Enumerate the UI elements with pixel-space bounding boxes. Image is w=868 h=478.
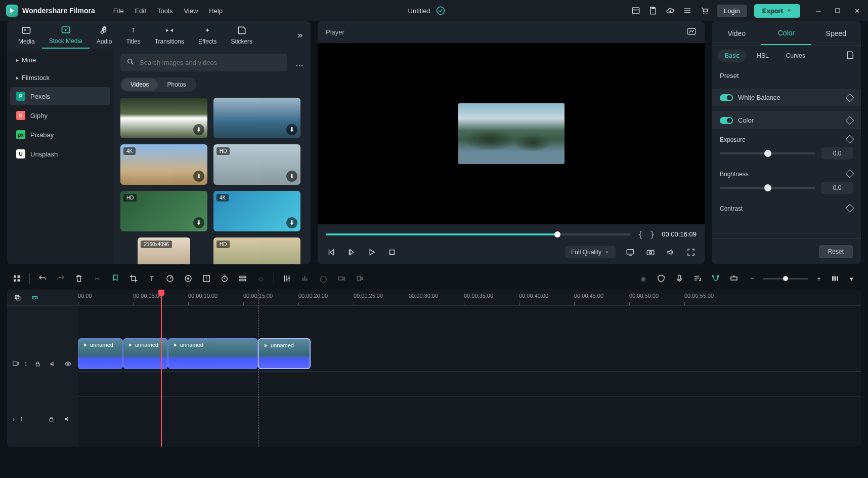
menu-file[interactable]: File — [113, 7, 124, 15]
tab-effects[interactable]: ✦Effects — [191, 22, 224, 48]
cloud-icon[interactable] — [665, 6, 675, 16]
mic-icon[interactable] — [674, 273, 685, 284]
source-filmstock[interactable]: Filmstock — [10, 69, 110, 86]
brightness-value[interactable]: 0,0 — [821, 182, 853, 194]
download-icon[interactable]: ⬇ — [286, 124, 297, 135]
clip[interactable]: unnamed — [78, 338, 123, 369]
color-row[interactable]: Color — [712, 111, 861, 129]
add-track-icon[interactable] — [728, 273, 740, 284]
download-icon[interactable]: ⬇ — [193, 217, 204, 228]
tab-audio[interactable]: Audio — [90, 22, 119, 48]
download-icon[interactable]: ⬇ — [286, 217, 297, 228]
save-icon[interactable] — [648, 6, 658, 16]
render-icon[interactable]: ◉ — [637, 273, 648, 284]
display-icon[interactable] — [625, 247, 636, 258]
insp-tab-video[interactable]: Video — [712, 21, 761, 45]
video-track[interactable]: unnamedunnamedunnamedunnamedunnamed — [78, 336, 861, 372]
thumbnail[interactable]: HD⬇ — [120, 191, 207, 231]
text-icon[interactable]: T — [146, 273, 157, 284]
grid-icon[interactable] — [11, 273, 22, 284]
split-icon[interactable]: ✂ — [92, 273, 103, 284]
pill-videos[interactable]: Videos — [121, 78, 158, 91]
track-icon[interactable] — [237, 273, 248, 284]
keyframe-icon[interactable] — [846, 116, 854, 125]
snapshot-icon[interactable] — [686, 26, 697, 38]
insp-tab-speed[interactable]: Speed — [811, 21, 861, 45]
download-icon[interactable]: ⬇ — [176, 264, 187, 264]
mark-out-icon[interactable]: } — [650, 229, 655, 239]
thumbnail[interactable]: ⬇ — [213, 98, 300, 138]
login-button[interactable]: Login — [717, 5, 747, 17]
timeline-tracks[interactable]: 00:0000:00:05:0000:00:10:0000:00:15:0000… — [78, 290, 861, 447]
tab-stickers[interactable]: Stickers — [224, 22, 259, 48]
magnet-icon[interactable] — [710, 273, 721, 284]
tab-transitions[interactable]: Transitions — [148, 22, 191, 48]
lock-icon[interactable] — [32, 358, 42, 370]
lock-icon[interactable] — [46, 414, 57, 425]
voice-icon[interactable] — [354, 273, 365, 284]
prev-frame-icon[interactable] — [326, 247, 337, 258]
keyframe-tool-icon[interactable]: ◇ — [255, 273, 267, 284]
timer-icon[interactable] — [219, 273, 230, 284]
search-input[interactable] — [140, 59, 281, 66]
playhead[interactable] — [161, 290, 162, 447]
source-pexels[interactable]: PPexels — [10, 87, 110, 105]
layout-icon[interactable] — [631, 6, 641, 16]
pill-photos[interactable]: Photos — [158, 78, 195, 91]
source-giphy[interactable]: GGiphy — [10, 106, 110, 125]
mute-icon[interactable] — [48, 358, 58, 370]
keyframe-icon[interactable] — [846, 170, 854, 178]
save-preset-icon[interactable] — [846, 51, 855, 61]
stop-icon[interactable] — [386, 247, 398, 258]
delete-icon[interactable] — [73, 273, 84, 284]
menu-edit[interactable]: Edit — [135, 7, 146, 15]
audio-sync-icon[interactable]: ◯ — [318, 273, 329, 284]
zoom-fit-icon[interactable] — [830, 273, 841, 284]
reset-button[interactable]: Reset — [819, 245, 853, 258]
speed-icon[interactable] — [164, 273, 176, 284]
brightness-slider[interactable] — [720, 187, 815, 189]
maximize-icon[interactable] — [833, 6, 843, 16]
subtab-basic[interactable]: Basic — [718, 50, 747, 62]
fullscreen-icon[interactable] — [685, 247, 697, 258]
quality-dropdown[interactable]: Full Quality — [565, 246, 616, 258]
zoom-slider[interactable] — [763, 278, 808, 280]
menu-view[interactable]: View — [184, 7, 198, 15]
source-unsplash[interactable]: UUnsplash — [10, 145, 110, 163]
undo-icon[interactable] — [37, 273, 48, 284]
eye-icon[interactable] — [63, 358, 73, 370]
equalizer-icon[interactable] — [299, 273, 311, 284]
camera-icon[interactable] — [645, 247, 656, 258]
minimize-icon[interactable]: ─ — [813, 6, 823, 16]
timeline-ruler[interactable]: 00:0000:00:05:0000:00:10:0000:00:15:0000… — [78, 290, 861, 306]
music-list-icon[interactable] — [692, 273, 703, 284]
clip[interactable]: unnamed — [168, 338, 258, 369]
white-balance-row[interactable]: White Balance — [712, 89, 861, 106]
step-back-icon[interactable] — [346, 247, 357, 258]
mute-icon[interactable] — [62, 414, 73, 425]
shield-icon[interactable] — [656, 273, 667, 284]
download-icon[interactable]: ⬇ — [286, 171, 297, 182]
exposure-value[interactable]: 0,0 — [821, 147, 853, 160]
source-mine[interactable]: Mine — [10, 52, 110, 68]
thumbnail[interactable]: ⬇ — [120, 98, 207, 138]
crop-icon[interactable] — [128, 273, 139, 284]
mixer-icon[interactable] — [281, 273, 292, 284]
thumbnail[interactable]: 4K⬇ — [213, 191, 300, 231]
link-icon[interactable] — [29, 292, 40, 303]
close-icon[interactable]: ✕ — [852, 6, 862, 16]
export-button[interactable]: Export — [754, 4, 800, 18]
menu-tools[interactable]: Tools — [157, 7, 172, 15]
menu-help[interactable]: Help — [209, 7, 223, 15]
tab-titles[interactable]: TTitles — [119, 22, 147, 48]
clip[interactable]: unnamed — [258, 338, 311, 369]
progress-bar[interactable] — [326, 233, 631, 235]
denoise-icon[interactable] — [336, 273, 347, 284]
marker-icon[interactable] — [110, 273, 121, 284]
keyframe-icon[interactable] — [846, 135, 854, 144]
download-icon[interactable]: ⬇ — [193, 171, 204, 182]
tab-stock-media[interactable]: Stock Media — [42, 21, 90, 49]
thumbnail[interactable]: 4K⬇ — [120, 144, 207, 185]
cart-icon[interactable] — [700, 6, 710, 16]
color-toggle[interactable] — [720, 117, 733, 124]
